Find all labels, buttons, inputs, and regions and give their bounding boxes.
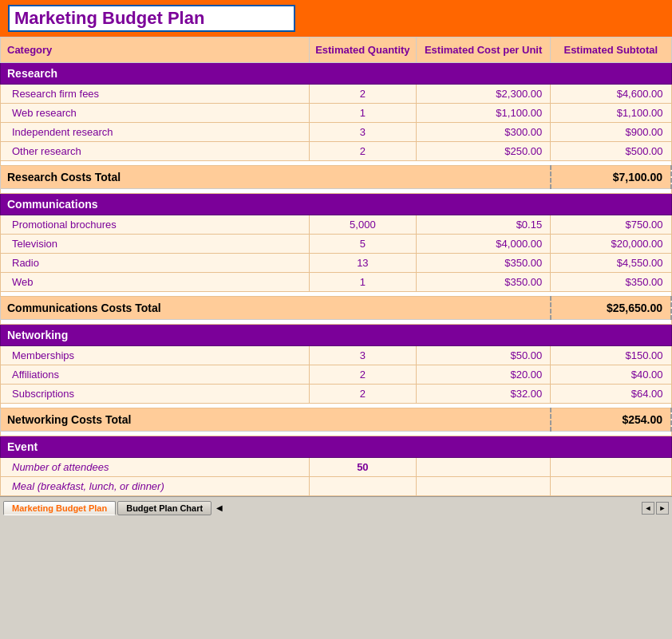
- row-label: Research firm fees: [1, 85, 310, 104]
- section-label: Communications: [1, 194, 672, 215]
- row-label: Subscriptions: [1, 385, 310, 404]
- row-cost: $300.00: [417, 123, 551, 142]
- row-cost: $250.00: [417, 142, 551, 161]
- table-row: Number of attendees 50: [1, 458, 672, 477]
- row-subtotal: $64.00: [551, 385, 671, 404]
- table-row: Web 1 $350.00 $350.00: [1, 273, 672, 292]
- row-cost: $20.00: [417, 365, 551, 385]
- row-cost: [417, 458, 551, 477]
- row-cost: $4,000.00: [417, 235, 551, 254]
- row-label: Web: [1, 273, 310, 292]
- total-row: Networking Costs Total $254.00: [1, 408, 672, 432]
- section-label: Networking: [1, 325, 672, 346]
- scroll-left-btn[interactable]: ◄: [642, 502, 654, 515]
- table-row: Television 5 $4,000.00 $20,000.00: [1, 235, 672, 254]
- section-header-networking: Networking: [1, 325, 672, 346]
- section-label: Event: [1, 436, 672, 458]
- row-subtotal: [551, 477, 671, 496]
- row-label: Memberships: [1, 346, 310, 365]
- taskbar: Marketing Budget Plan Budget Plan Chart …: [0, 496, 672, 519]
- table-row: Subscriptions 2 $32.00 $64.00: [1, 385, 672, 404]
- row-qty: 2: [309, 365, 416, 385]
- table-row: Web research 1 $1,100.00 $1,100.00: [1, 104, 672, 123]
- total-row: Communications Costs Total $25,650.00: [1, 297, 672, 320]
- row-qty: 2: [309, 85, 416, 104]
- row-qty: 1: [309, 104, 416, 123]
- table-row: Promotional brochures 5,000 $0.15 $750.0…: [1, 215, 672, 235]
- table-row: Affiliations 2 $20.00 $40.00: [1, 365, 672, 385]
- total-label: Research Costs Total: [1, 166, 551, 189]
- row-cost: [417, 477, 551, 496]
- row-cost: $2,300.00: [417, 85, 551, 104]
- row-cost: $50.00: [417, 346, 551, 365]
- total-row: Research Costs Total $7,100.00: [1, 166, 672, 189]
- row-qty: 1: [309, 273, 416, 292]
- row-label: Number of attendees: [1, 458, 310, 477]
- section-header-research: Research: [1, 63, 672, 85]
- total-label: Networking Costs Total: [1, 408, 551, 432]
- row-cost: $350.00: [417, 254, 551, 273]
- tab-extra-icon[interactable]: ◀: [216, 503, 223, 512]
- row-subtotal: $20,000.00: [551, 235, 671, 254]
- row-qty: [309, 477, 416, 496]
- title-bar: [0, 0, 672, 37]
- row-subtotal: $4,550.00: [551, 254, 671, 273]
- row-subtotal: $1,100.00: [551, 104, 671, 123]
- row-subtotal: $150.00: [551, 346, 671, 365]
- section-label: Research: [1, 63, 672, 85]
- row-label: Radio: [1, 254, 310, 273]
- row-label: Independent research: [1, 123, 310, 142]
- row-cost: $0.15: [417, 215, 551, 235]
- row-subtotal: $750.00: [551, 215, 671, 235]
- row-label: Affiliations: [1, 365, 310, 385]
- total-value: $25,650.00: [551, 297, 671, 320]
- row-subtotal: $40.00: [551, 365, 671, 385]
- row-label: Television: [1, 235, 310, 254]
- nav-arrows: ◄ ►: [642, 502, 669, 515]
- tab-marketing-budget[interactable]: Marketing Budget Plan: [3, 501, 116, 515]
- row-qty: 5,000: [309, 215, 416, 235]
- row-qty: 3: [309, 123, 416, 142]
- table-row: Memberships 3 $50.00 $150.00: [1, 346, 672, 365]
- row-qty: 50: [309, 458, 416, 477]
- app-window: Category Estimated Quantity Estimated Co…: [0, 0, 672, 519]
- row-label: Promotional brochures: [1, 215, 310, 235]
- row-cost: $32.00: [417, 385, 551, 404]
- total-value: $7,100.00: [551, 166, 671, 189]
- row-subtotal: [551, 458, 671, 477]
- section-header-communications: Communications: [1, 194, 672, 215]
- category-header: Category: [1, 37, 310, 63]
- qty-header: Estimated Quantity: [309, 37, 416, 63]
- scroll-right-btn[interactable]: ►: [656, 502, 669, 515]
- subtotal-header: Estimated Subtotal: [551, 37, 671, 63]
- row-label: Other research: [1, 142, 310, 161]
- row-cost: $1,100.00: [417, 104, 551, 123]
- row-label: Meal (breakfast, lunch, or dinner): [1, 477, 310, 496]
- row-subtotal: $900.00: [551, 123, 671, 142]
- spreadsheet-table: Category Estimated Quantity Estimated Co…: [0, 37, 672, 496]
- title-input[interactable]: [8, 5, 295, 32]
- table-row: Research firm fees 2 $2,300.00 $4,600.00: [1, 85, 672, 104]
- row-label: Web research: [1, 104, 310, 123]
- row-qty: 2: [309, 385, 416, 404]
- row-qty: 13: [309, 254, 416, 273]
- section-header-event: Event: [1, 436, 672, 458]
- row-qty: 5: [309, 235, 416, 254]
- row-qty: 2: [309, 142, 416, 161]
- row-subtotal: $350.00: [551, 273, 671, 292]
- header-row: Category Estimated Quantity Estimated Co…: [1, 37, 672, 63]
- total-label: Communications Costs Total: [1, 297, 551, 320]
- row-subtotal: $500.00: [551, 142, 671, 161]
- table-row: Radio 13 $350.00 $4,550.00: [1, 254, 672, 273]
- row-subtotal: $4,600.00: [551, 85, 671, 104]
- row-qty: 3: [309, 346, 416, 365]
- table-row: Meal (breakfast, lunch, or dinner): [1, 477, 672, 496]
- total-value: $254.00: [551, 408, 671, 432]
- cost-header: Estimated Cost per Unit: [417, 37, 551, 63]
- table-row: Other research 2 $250.00 $500.00: [1, 142, 672, 161]
- table-row: Independent research 3 $300.00 $900.00: [1, 123, 672, 142]
- tab-budget-chart[interactable]: Budget Plan Chart: [117, 501, 211, 515]
- row-cost: $350.00: [417, 273, 551, 292]
